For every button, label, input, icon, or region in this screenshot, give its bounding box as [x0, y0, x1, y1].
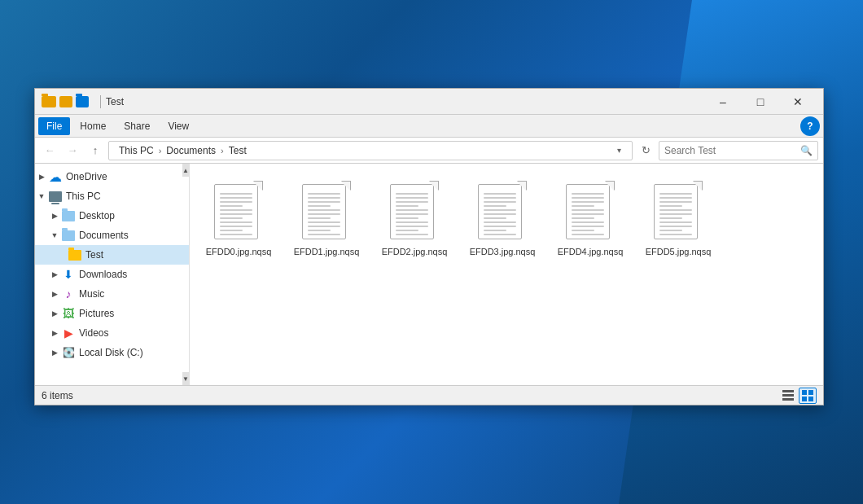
svg-rect-3: [802, 390, 807, 395]
doc-line-short: [484, 205, 506, 207]
sidebar-item-documents[interactable]: ▼ Documents: [35, 226, 189, 245]
svg-rect-4: [808, 390, 813, 395]
test-icon: [68, 248, 82, 262]
doc-line: [308, 226, 340, 227]
doc-body: [214, 184, 258, 239]
doc-line: [396, 221, 428, 223]
svg-rect-5: [802, 397, 807, 401]
doc-line: [396, 193, 428, 195]
music-toggle[interactable]: ▶: [48, 284, 61, 304]
file-item[interactable]: EFDD0.jpg.nqsq: [198, 172, 279, 263]
svg-rect-2: [782, 398, 794, 401]
doc-body: [566, 184, 610, 239]
address-path[interactable]: This PC › Documents › Test ▾: [108, 141, 633, 160]
sidebar-item-downloads[interactable]: ▶ ⬇ Downloads: [35, 265, 189, 284]
sidebar-item-music[interactable]: ▶ ♪ Music: [35, 284, 189, 304]
sidebar-scroll-down[interactable]: ▼: [182, 372, 189, 385]
doc-line-short: [220, 205, 243, 207]
menu-file[interactable]: File: [38, 117, 70, 135]
title-bar-icons: [42, 96, 89, 107]
doc-line: [396, 209, 428, 211]
local-disk-icon: 💽: [61, 345, 76, 360]
menu-home[interactable]: Home: [72, 117, 114, 135]
doc-line: [484, 201, 516, 203]
doc-line: [484, 197, 516, 199]
maximize-button[interactable]: □: [742, 89, 779, 115]
document-icon: [302, 181, 351, 239]
sidebar-scroll-up[interactable]: ▲: [182, 164, 189, 177]
menu-view[interactable]: View: [160, 117, 197, 135]
test-label: Test: [85, 249, 103, 261]
doc-line: [484, 193, 516, 195]
desktop-label: Desktop: [79, 210, 115, 221]
doc-line-short: [484, 217, 506, 219]
documents-toggle[interactable]: ▼: [48, 226, 61, 245]
minimize-button[interactable]: –: [704, 89, 742, 115]
path-documents[interactable]: Documents: [163, 143, 219, 158]
videos-toggle[interactable]: ▶: [48, 323, 61, 343]
sidebar-item-pictures[interactable]: ▶ 🖼 Pictures: [35, 304, 189, 323]
doc-line: [659, 221, 692, 223]
content-area: EFDD0.jpg.nqsq: [190, 164, 823, 385]
doc-line: [659, 209, 692, 211]
path-this-pc[interactable]: This PC: [116, 143, 157, 158]
doc-line-short: [308, 217, 331, 219]
this-pc-toggle[interactable]: ▼: [35, 186, 48, 206]
doc-line: [572, 197, 604, 199]
onedrive-toggle[interactable]: ▶: [35, 167, 48, 186]
window-title: Test: [106, 96, 704, 107]
file-item[interactable]: EFDD2.jpg.nqsq: [374, 172, 455, 263]
file-item[interactable]: EFDD3.jpg.nqsq: [462, 172, 543, 263]
pictures-toggle[interactable]: ▶: [48, 304, 61, 323]
doc-line-short: [572, 230, 594, 231]
file-name: EFDD4.jpg.nqsq: [558, 246, 624, 257]
pictures-label: Pictures: [79, 308, 114, 319]
view-list-button[interactable]: [779, 388, 797, 404]
refresh-button[interactable]: ↻: [636, 141, 655, 160]
doc-line: [572, 234, 604, 235]
doc-lines: [220, 193, 252, 235]
title-check-icon: [59, 96, 72, 107]
help-button[interactable]: ?: [800, 116, 820, 136]
view-grid-button[interactable]: [799, 388, 817, 404]
sidebar-item-this-pc[interactable]: ▼ This PC: [35, 186, 189, 206]
desktop-toggle[interactable]: ▶: [48, 206, 61, 226]
address-bar: ← → ↑ This PC › Documents › Test ▾ ↻ 🔍: [35, 138, 823, 164]
file-item[interactable]: EFDD5.jpg.nqsq: [637, 172, 719, 263]
test-toggle[interactable]: [61, 245, 68, 265]
path-test[interactable]: Test: [226, 143, 250, 158]
search-icon[interactable]: 🔍: [800, 145, 813, 156]
main-area: ▲ ▶ ☁ OneDrive ▼ This PC ▶: [35, 164, 823, 385]
file-name: EFDD5.jpg.nqsq: [646, 246, 712, 257]
local-disk-toggle[interactable]: ▶: [48, 343, 61, 362]
doc-line: [396, 197, 428, 199]
sidebar-item-onedrive[interactable]: ▶ ☁ OneDrive: [35, 167, 189, 186]
path-dropdown-icon[interactable]: ▾: [612, 141, 625, 160]
downloads-toggle[interactable]: ▶: [48, 265, 61, 284]
sidebar-item-desktop[interactable]: ▶ Desktop: [35, 206, 189, 226]
doc-line: [572, 201, 604, 203]
doc-fold-inner: [605, 182, 614, 191]
doc-line: [308, 209, 340, 211]
window-controls: – □ ✕: [704, 89, 817, 115]
doc-line: [659, 201, 692, 203]
title-bar: Test – □ ✕: [35, 89, 823, 115]
sidebar-item-videos[interactable]: ▶ ▶ Videos: [35, 323, 189, 343]
sidebar: ▲ ▶ ☁ OneDrive ▼ This PC ▶: [35, 164, 190, 385]
nav-back-button[interactable]: ←: [40, 141, 59, 160]
sidebar-item-local-disk[interactable]: ▶ 💽 Local Disk (C:): [35, 343, 189, 362]
menu-share[interactable]: Share: [116, 117, 158, 135]
close-button[interactable]: ✕: [779, 89, 817, 115]
file-icon-wrapper: [473, 177, 532, 243]
doc-line: [396, 201, 428, 203]
file-item[interactable]: EFDD1.jpg.nqsq: [286, 172, 367, 263]
nav-up-button[interactable]: ↑: [85, 141, 105, 160]
sidebar-item-test[interactable]: Test: [35, 245, 189, 265]
doc-line-short: [308, 205, 331, 207]
svg-rect-1: [782, 394, 794, 397]
doc-line-short: [308, 230, 331, 231]
nav-forward-button[interactable]: →: [63, 141, 82, 160]
document-icon: [214, 181, 263, 239]
file-item[interactable]: EFDD4.jpg.nqsq: [550, 172, 631, 263]
search-input[interactable]: [664, 145, 800, 156]
